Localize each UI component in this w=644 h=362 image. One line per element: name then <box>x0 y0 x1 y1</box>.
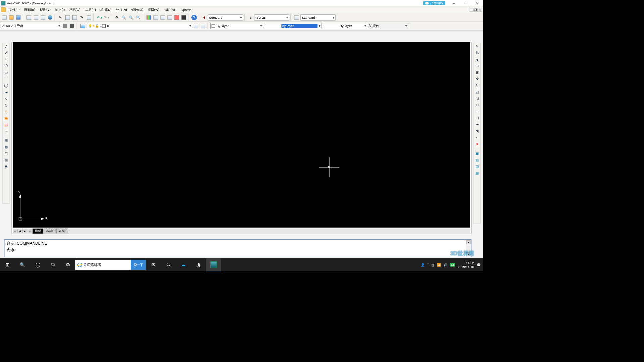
minimize-button[interactable]: ─ <box>448 0 460 6</box>
command-window[interactable]: 命令: COMMANDLINE 命令: ▲ ▼ <box>4 239 472 257</box>
chamfer-icon[interactable]: ◥ <box>474 128 480 135</box>
trim-icon[interactable]: ✂ <box>474 102 480 109</box>
properties-icon[interactable] <box>146 14 152 21</box>
rotate-icon[interactable]: ↻ <box>474 82 480 89</box>
tool-c-icon[interactable]: ▥ <box>474 163 480 170</box>
extend-icon[interactable]: — <box>474 108 480 115</box>
tray-action-center-icon[interactable]: 💬 <box>477 263 481 267</box>
table-icon[interactable]: ▤ <box>3 157 9 163</box>
tray-clock[interactable]: 14:22 2019/11/16 <box>458 261 474 268</box>
autocad-task-icon[interactable] <box>206 258 221 272</box>
mdi-restore[interactable]: ❐ <box>474 8 478 12</box>
point-icon[interactable]: • <box>3 128 9 135</box>
zoom-realtime-icon[interactable]: 🔍 <box>121 14 127 21</box>
rectangle-icon[interactable]: ▭ <box>3 69 9 76</box>
tray-notification-icon[interactable]: 43 <box>450 263 455 267</box>
close-button[interactable]: ✕ <box>472 0 483 6</box>
search-icon[interactable]: 🔍 <box>15 258 30 272</box>
publish-icon[interactable] <box>40 14 47 21</box>
tab-first-icon[interactable]: ⏮ <box>13 229 18 233</box>
plot-icon[interactable] <box>26 14 33 21</box>
matchprop-icon[interactable]: ✎ <box>78 14 85 21</box>
explorer-icon[interactable]: 🗂 <box>161 258 176 272</box>
network-speed-badge[interactable]: ↓135 KB/s <box>423 1 445 5</box>
textstyle-icon[interactable]: A <box>201 14 208 21</box>
mail-icon[interactable]: ✉ <box>146 258 161 272</box>
open-icon[interactable] <box>8 14 15 21</box>
tool-b-icon[interactable]: ▤ <box>474 157 480 163</box>
tab-model[interactable]: 模型 <box>33 229 43 234</box>
explode-icon[interactable]: ✷ <box>474 141 480 148</box>
blockeditor-icon[interactable] <box>86 14 92 21</box>
line-icon[interactable]: ╱ <box>3 43 9 50</box>
designcenter-icon[interactable] <box>153 14 159 21</box>
cut-icon[interactable]: ✂ <box>57 14 64 21</box>
tray-battery-icon[interactable]: ▥ <box>431 263 434 267</box>
new-icon[interactable] <box>1 14 8 21</box>
dimstyle-icon[interactable]: ↕ <box>247 14 254 21</box>
tab-prev-icon[interactable]: ◀ <box>18 229 22 233</box>
scroll-up-icon[interactable]: ▲ <box>466 240 471 244</box>
zoom-window-icon[interactable]: 🔍 <box>128 14 135 21</box>
pline-icon[interactable]: ⌇ <box>3 56 9 63</box>
hatch-icon[interactable]: ▦ <box>3 137 9 144</box>
app-browser-icon[interactable]: ❂ <box>60 258 75 272</box>
circle-icon[interactable]: ◯ <box>3 82 9 89</box>
menu-draw[interactable]: 绘图(D) <box>98 7 113 13</box>
preview-icon[interactable] <box>33 14 40 21</box>
search-bar[interactable]: 霜狼咆哮者 <box>75 260 131 270</box>
join-icon[interactable]: ⊢ <box>474 121 480 128</box>
ellipse-icon[interactable]: ⬯ <box>3 102 9 109</box>
copy-obj-icon[interactable]: ⁂ <box>474 50 480 56</box>
mtext-icon[interactable]: A <box>3 163 9 170</box>
menu-insert[interactable]: 插入(I) <box>53 7 67 13</box>
tab-layout1[interactable]: 布局1 <box>44 229 56 234</box>
erase-icon[interactable]: ✎ <box>474 43 480 50</box>
tab-layout2[interactable]: 布局2 <box>56 229 69 234</box>
revcloud-icon[interactable]: ☁ <box>3 89 9 96</box>
color-combo[interactable]: ByLayer ▾ <box>210 23 263 29</box>
insert-icon[interactable]: ▣ <box>3 115 9 122</box>
layer-manager-icon[interactable] <box>79 23 86 29</box>
array-icon[interactable]: ⊞ <box>474 69 480 76</box>
chrome-icon[interactable]: ◉ <box>191 258 206 272</box>
globe-icon[interactable] <box>47 14 54 21</box>
tray-up-icon[interactable]: ˄ <box>427 263 429 267</box>
tray-wifi-icon[interactable]: 📶 <box>437 263 441 267</box>
zoom-previous-icon[interactable]: 🔍 <box>135 14 142 21</box>
region-icon[interactable]: ◻ <box>3 150 9 157</box>
tool-a-icon[interactable]: ▣ <box>474 150 480 157</box>
menu-dimension[interactable]: 标注(N) <box>114 7 129 13</box>
tablestyle-combo[interactable]: Standard▾ <box>301 14 336 20</box>
textstyle-combo[interactable]: Standard▾ <box>208 14 243 20</box>
sheetset-icon[interactable] <box>167 14 173 21</box>
mirror-icon[interactable]: ◮ <box>474 56 480 63</box>
tab-last-icon[interactable]: ⏭ <box>28 229 32 233</box>
save-icon[interactable] <box>15 14 22 21</box>
offset-icon[interactable]: ⊡ <box>474 63 480 69</box>
pan-icon[interactable]: ✥ <box>114 14 120 21</box>
spline-icon[interactable]: ∿ <box>3 95 9 102</box>
model-viewport[interactable]: Y X <box>13 42 470 228</box>
move-icon[interactable]: ✥ <box>474 76 480 82</box>
polygon-icon[interactable]: ⬠ <box>3 63 9 69</box>
menu-file[interactable]: 文件(F) <box>7 7 22 13</box>
cortana-icon[interactable]: ◯ <box>30 258 45 272</box>
fillet-icon[interactable]: ◜ <box>474 134 480 141</box>
menu-edit[interactable]: 编辑(E) <box>22 7 37 13</box>
workspace-settings-icon[interactable] <box>62 23 69 29</box>
tool-d-icon[interactable]: ▦ <box>474 170 480 176</box>
menu-express[interactable]: Express <box>177 7 193 12</box>
ellipsearc-icon[interactable]: ⬯ <box>3 108 9 115</box>
workspace-lock-icon[interactable] <box>69 23 76 29</box>
scale-icon[interactable]: ◱ <box>474 89 480 96</box>
menu-tools[interactable]: 工具(T) <box>83 7 98 13</box>
lineweight-combo[interactable]: ByLayer ▾ <box>322 23 367 29</box>
toolpalettes-icon[interactable] <box>160 14 166 21</box>
menu-window[interactable]: 窗口(W) <box>146 7 161 13</box>
menu-view[interactable]: 视图(V) <box>38 7 53 13</box>
ray-icon[interactable]: ↗ <box>3 50 9 56</box>
linetype-combo[interactable]: ByLayer ▾ <box>264 23 322 29</box>
mdi-minimize[interactable]: - <box>469 8 473 12</box>
markup-icon[interactable] <box>174 14 180 21</box>
